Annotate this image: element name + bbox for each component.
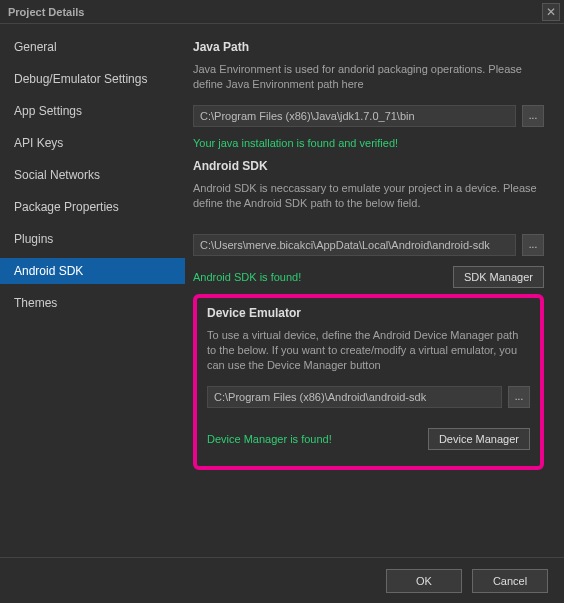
- sdk-manager-button[interactable]: SDK Manager: [453, 266, 544, 288]
- device-emulator-desc: To use a virtual device, define the Andr…: [207, 328, 530, 374]
- close-button[interactable]: ✕: [542, 3, 560, 21]
- ellipsis-icon: ...: [529, 239, 537, 250]
- device-emulator-heading: Device Emulator: [207, 306, 530, 320]
- sidebar-item-label: Social Networks: [14, 168, 100, 182]
- sidebar-item-app-settings[interactable]: App Settings: [0, 98, 185, 124]
- android-sdk-row: ...: [193, 234, 544, 256]
- android-sdk-input[interactable]: [193, 234, 516, 256]
- device-manager-button[interactable]: Device Manager: [428, 428, 530, 450]
- close-icon: ✕: [546, 5, 556, 19]
- sidebar: General Debug/Emulator Settings App Sett…: [0, 24, 185, 554]
- sidebar-item-label: Android SDK: [14, 264, 83, 278]
- device-emulator-row: ...: [207, 386, 530, 408]
- device-emulator-browse-button[interactable]: ...: [508, 386, 530, 408]
- sidebar-item-label: Plugins: [14, 232, 53, 246]
- java-path-browse-button[interactable]: ...: [522, 105, 544, 127]
- ellipsis-icon: ...: [529, 110, 537, 121]
- sidebar-item-label: Themes: [14, 296, 57, 310]
- cancel-button[interactable]: Cancel: [472, 569, 548, 593]
- bottom-bar: OK Cancel: [0, 557, 564, 603]
- device-emulator-status: Device Manager is found!: [207, 433, 332, 445]
- android-sdk-status: Android SDK is found!: [193, 271, 301, 283]
- sidebar-item-plugins[interactable]: Plugins: [0, 226, 185, 252]
- sidebar-item-api-keys[interactable]: API Keys: [0, 130, 185, 156]
- android-sdk-browse-button[interactable]: ...: [522, 234, 544, 256]
- java-path-status: Your java installation is found and veri…: [193, 137, 544, 149]
- device-emulator-status-row: Device Manager is found! Device Manager: [207, 428, 530, 450]
- device-emulator-highlight: Device Emulator To use a virtual device,…: [193, 294, 544, 470]
- sidebar-item-label: App Settings: [14, 104, 82, 118]
- java-path-input[interactable]: [193, 105, 516, 127]
- sidebar-item-label: API Keys: [14, 136, 63, 150]
- android-sdk-desc: Android SDK is neccassary to emulate you…: [193, 181, 544, 212]
- android-sdk-status-row: Android SDK is found! SDK Manager: [193, 266, 544, 288]
- java-path-row: ...: [193, 105, 544, 127]
- content: General Debug/Emulator Settings App Sett…: [0, 24, 564, 554]
- sidebar-item-package-properties[interactable]: Package Properties: [0, 194, 185, 220]
- device-emulator-input[interactable]: [207, 386, 502, 408]
- sidebar-item-label: General: [14, 40, 57, 54]
- sidebar-item-android-sdk[interactable]: Android SDK: [0, 258, 185, 284]
- java-path-desc: Java Environment is used for andorid pac…: [193, 62, 544, 93]
- titlebar: Project Details ✕: [0, 0, 564, 24]
- sidebar-item-general[interactable]: General: [0, 34, 185, 60]
- sidebar-item-label: Package Properties: [14, 200, 119, 214]
- sidebar-item-social-networks[interactable]: Social Networks: [0, 162, 185, 188]
- main-panel: Java Path Java Environment is used for a…: [185, 24, 564, 554]
- sidebar-item-label: Debug/Emulator Settings: [14, 72, 147, 86]
- android-sdk-heading: Android SDK: [193, 159, 544, 173]
- java-path-heading: Java Path: [193, 40, 544, 54]
- ok-button[interactable]: OK: [386, 569, 462, 593]
- sidebar-item-debug-emulator[interactable]: Debug/Emulator Settings: [0, 66, 185, 92]
- sidebar-item-themes[interactable]: Themes: [0, 290, 185, 316]
- window-title: Project Details: [8, 6, 84, 18]
- ellipsis-icon: ...: [515, 391, 523, 402]
